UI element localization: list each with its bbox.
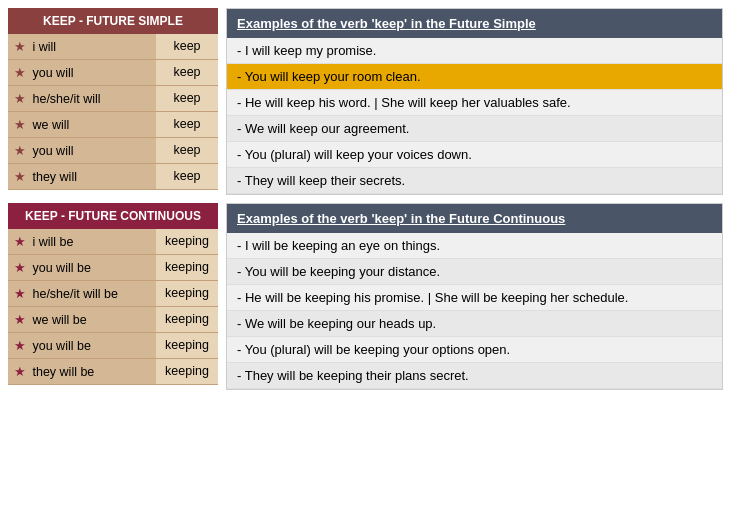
conj-table-future-continuous: KEEP - FUTURE CONTINUOUS★ i will bekeepi… [8,203,218,390]
conj-row: ★ you will bekeeping [8,255,218,281]
conj-verb: keeping [156,333,218,358]
example-item: - You will be keeping your distance. [227,259,722,285]
conj-pronoun: ★ you will be [8,333,156,358]
conj-row: ★ they willkeep [8,164,218,190]
star-icon: ★ [14,313,29,327]
example-item: - We will keep our agreement. [227,116,722,142]
star-icon: ★ [14,235,29,249]
star-icon: ★ [14,339,29,353]
example-item: - They will be keeping their plans secre… [227,363,722,389]
examples-header-future-simple: Examples of the verb 'keep' in the Futur… [227,9,722,38]
example-item: - He will be keeping his promise. | She … [227,285,722,311]
conj-pronoun: ★ i will [8,34,156,59]
conj-verb: keep [156,138,218,163]
conj-header-future-continuous: KEEP - FUTURE CONTINUOUS [8,203,218,229]
conj-verb: keep [156,34,218,59]
conj-table-future-simple: KEEP - FUTURE SIMPLE★ i willkeep★ you wi… [8,8,218,195]
conj-pronoun: ★ we will [8,112,156,137]
conj-verb: keeping [156,307,218,332]
examples-panel-future-simple: Examples of the verb 'keep' in the Futur… [226,8,723,195]
section-row-future-simple: KEEP - FUTURE SIMPLE★ i willkeep★ you wi… [8,8,723,195]
conj-row: ★ you will bekeeping [8,333,218,359]
conj-pronoun: ★ they will be [8,359,156,384]
star-icon: ★ [14,287,29,301]
conj-pronoun: ★ you will be [8,255,156,280]
example-item: - We will be keeping our heads up. [227,311,722,337]
conj-row: ★ he/she/it will bekeeping [8,281,218,307]
conj-header-future-simple: KEEP - FUTURE SIMPLE [8,8,218,34]
example-item: - He will keep his word. | She will keep… [227,90,722,116]
star-icon: ★ [14,144,29,158]
conj-row: ★ we will bekeeping [8,307,218,333]
conj-pronoun: ★ we will be [8,307,156,332]
examples-panel-future-continuous: Examples of the verb 'keep' in the Futur… [226,203,723,390]
example-item: - They will keep their secrets. [227,168,722,194]
conj-row: ★ he/she/it willkeep [8,86,218,112]
star-icon: ★ [14,40,29,54]
star-icon: ★ [14,66,29,80]
conj-pronoun: ★ he/she/it will be [8,281,156,306]
examples-header-future-continuous: Examples of the verb 'keep' in the Futur… [227,204,722,233]
conj-pronoun: ★ you will [8,60,156,85]
star-icon: ★ [14,170,29,184]
conj-row: ★ they will bekeeping [8,359,218,385]
conj-verb: keeping [156,229,218,254]
conj-row: ★ you willkeep [8,60,218,86]
conj-pronoun: ★ you will [8,138,156,163]
conj-verb: keeping [156,281,218,306]
star-icon: ★ [14,118,29,132]
star-icon: ★ [14,261,29,275]
example-item: - You (plural) will be keeping your opti… [227,337,722,363]
conj-pronoun: ★ he/she/it will [8,86,156,111]
example-item: - I will keep my promise. [227,38,722,64]
conj-verb: keep [156,164,218,189]
conj-pronoun: ★ they will [8,164,156,189]
main-container: KEEP - FUTURE SIMPLE★ i willkeep★ you wi… [0,0,731,398]
conj-verb: keep [156,112,218,137]
section-row-future-continuous: KEEP - FUTURE CONTINUOUS★ i will bekeepi… [8,203,723,390]
conj-row: ★ i will bekeeping [8,229,218,255]
conj-row: ★ i willkeep [8,34,218,60]
conj-row: ★ you willkeep [8,138,218,164]
conj-verb: keeping [156,359,218,384]
conj-verb: keeping [156,255,218,280]
conj-row: ★ we willkeep [8,112,218,138]
conj-pronoun: ★ i will be [8,229,156,254]
example-item: - You will keep your room clean. [227,64,722,90]
conj-verb: keep [156,60,218,85]
example-item: - You (plural) will keep your voices dow… [227,142,722,168]
conj-verb: keep [156,86,218,111]
example-item: - I will be keeping an eye on things. [227,233,722,259]
star-icon: ★ [14,365,29,379]
star-icon: ★ [14,92,29,106]
